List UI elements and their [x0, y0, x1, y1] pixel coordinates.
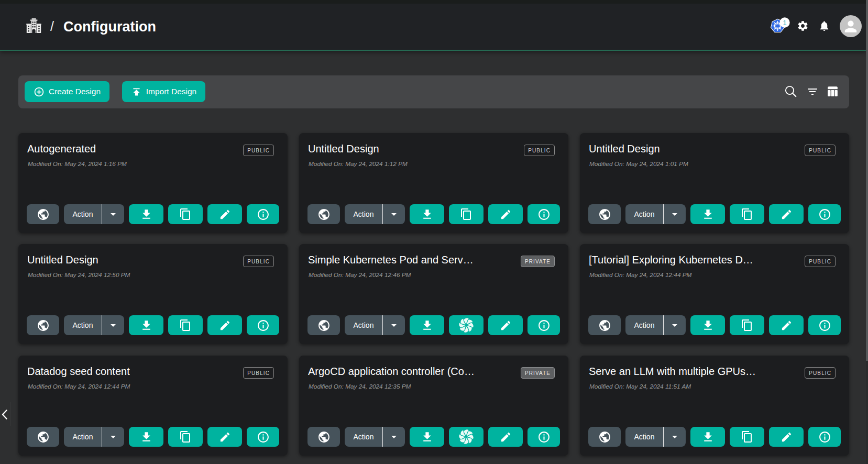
svg-text:1: 1	[783, 19, 787, 27]
